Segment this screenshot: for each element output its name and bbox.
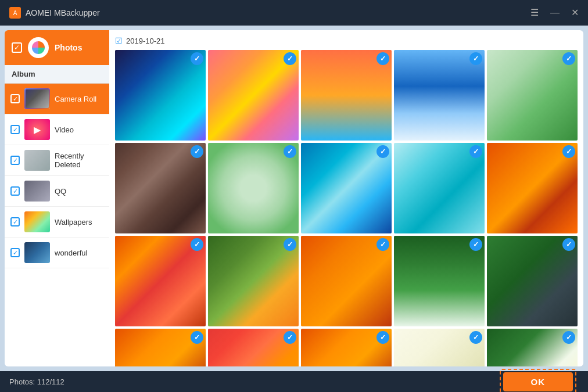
photo-bg-13 bbox=[301, 236, 392, 326]
photo-check-15: ✓ bbox=[562, 238, 575, 251]
photo-check-10: ✓ bbox=[562, 145, 575, 158]
photo-cell-4[interactable]: ✓ bbox=[394, 50, 485, 141]
album-section: Album ✓ Camera Roll ✓ ▶ bbox=[5, 65, 109, 366]
photo-cell-2[interactable]: ✓ bbox=[208, 50, 299, 141]
photo-check-8: ✓ bbox=[377, 145, 389, 158]
photo-check-2: ✓ bbox=[284, 52, 296, 65]
photo-check-19: ✓ bbox=[469, 331, 482, 344]
photo-check-14: ✓ bbox=[469, 238, 482, 251]
video-thumb: ▶ bbox=[24, 119, 50, 140]
date-label: ☑ 2019-10-21 bbox=[115, 36, 578, 45]
photos-checkbox[interactable]: ✓ bbox=[12, 42, 22, 53]
photo-check-6: ✓ bbox=[191, 145, 203, 158]
qq-label: QQ bbox=[55, 187, 103, 196]
photo-bg-10 bbox=[487, 143, 578, 233]
content-area: ✓ Photos Album ✓ Camera Roll bbox=[5, 30, 583, 366]
photo-check-20: ✓ bbox=[562, 331, 575, 344]
wallpapers-label: Wallpapers bbox=[55, 218, 103, 226]
wonderful-checkbox[interactable]: ✓ bbox=[10, 248, 20, 257]
photo-cell-20[interactable]: ✓ bbox=[487, 329, 578, 366]
wallpapers-thumb bbox=[24, 211, 50, 232]
photo-bg-4 bbox=[394, 50, 485, 141]
photo-cell-8[interactable]: ✓ bbox=[301, 143, 392, 233]
photo-check-3: ✓ bbox=[377, 52, 389, 65]
video-checkbox[interactable]: ✓ bbox=[10, 125, 20, 134]
photo-cell-19[interactable]: ✓ bbox=[394, 329, 485, 366]
camera-roll-checkbox[interactable]: ✓ bbox=[10, 94, 20, 103]
qq-thumb bbox=[24, 181, 50, 202]
qq-checkbox[interactable]: ✓ bbox=[10, 186, 20, 196]
photo-cell-12[interactable]: ✓ bbox=[208, 236, 299, 326]
photo-check-9: ✓ bbox=[469, 145, 482, 158]
date-check-icon: ☑ bbox=[115, 36, 123, 45]
status-text: Photos: 112/112 bbox=[9, 377, 64, 386]
title-bar-controls: ☰ — ✕ bbox=[530, 8, 579, 17]
photo-bg-9 bbox=[394, 143, 485, 233]
sidebar-item-camera-roll[interactable]: ✓ Camera Roll bbox=[5, 84, 109, 114]
photo-bg-6 bbox=[115, 143, 206, 233]
wallpapers-checkbox[interactable]: ✓ bbox=[10, 217, 20, 226]
wonderful-label: wonderful bbox=[55, 249, 103, 257]
sidebar-item-wallpapers[interactable]: ✓ Wallpapers bbox=[5, 207, 109, 238]
title-bar: A AOMEI MBackupper ☰ — ✕ bbox=[0, 0, 588, 26]
sidebar-item-recently-deleted[interactable]: ✓ Recently Deleted bbox=[5, 145, 109, 176]
photos-icon bbox=[28, 37, 49, 58]
menu-button[interactable]: ☰ bbox=[530, 8, 539, 17]
sidebar: ✓ Photos Album ✓ Camera Roll bbox=[5, 30, 109, 366]
album-header: Album bbox=[5, 65, 109, 84]
recently-deleted-checkbox[interactable]: ✓ bbox=[10, 156, 20, 165]
photos-label: Photos bbox=[55, 43, 82, 52]
photo-bg-1 bbox=[115, 50, 206, 141]
app-title: AOMEI MBackupper bbox=[26, 8, 100, 17]
title-bar-left: A AOMEI MBackupper bbox=[9, 7, 100, 19]
photo-bg-11 bbox=[115, 236, 206, 326]
sidebar-item-video[interactable]: ✓ ▶ Video bbox=[5, 114, 109, 145]
photo-cell-1[interactable]: ✓ bbox=[115, 50, 206, 141]
main-window: ✓ Photos Album ✓ Camera Roll bbox=[0, 26, 588, 392]
photo-bg-2 bbox=[208, 50, 299, 141]
bottom-bar: Photos: 112/112 OK bbox=[0, 371, 588, 392]
photo-cell-10[interactable]: ✓ bbox=[487, 143, 578, 233]
photo-cell-11[interactable]: ✓ bbox=[115, 236, 206, 326]
minimize-button[interactable]: — bbox=[550, 8, 560, 17]
photo-cell-3[interactable]: ✓ bbox=[301, 50, 392, 141]
photo-cell-14[interactable]: ✓ bbox=[394, 236, 485, 326]
ok-area: OK bbox=[500, 369, 579, 393]
photo-check-1: ✓ bbox=[191, 52, 203, 65]
photo-check-5: ✓ bbox=[562, 52, 575, 65]
recently-deleted-thumb bbox=[24, 150, 50, 171]
photo-bg-7 bbox=[208, 143, 299, 233]
photo-check-4: ✓ bbox=[469, 52, 482, 65]
photo-cell-16[interactable]: ✓ bbox=[115, 329, 206, 366]
ok-button-wrapper: OK bbox=[500, 369, 577, 393]
photo-cell-6[interactable]: ✓ bbox=[115, 143, 206, 233]
video-label: Video bbox=[55, 125, 103, 134]
wonderful-thumb bbox=[24, 242, 50, 263]
sidebar-item-wonderful[interactable]: ✓ wonderful bbox=[5, 238, 109, 268]
photo-grid: ✓ ✓ ✓ ✓ ✓ bbox=[115, 50, 578, 366]
ok-button[interactable]: OK bbox=[503, 372, 573, 391]
photo-cell-13[interactable]: ✓ bbox=[301, 236, 392, 326]
photo-bg-14 bbox=[394, 236, 485, 326]
photo-bg-3 bbox=[301, 50, 392, 141]
photo-cell-5[interactable]: ✓ bbox=[487, 50, 578, 141]
photo-check-7: ✓ bbox=[284, 145, 296, 158]
photo-check-11: ✓ bbox=[191, 238, 203, 251]
photo-cell-15[interactable]: ✓ bbox=[487, 236, 578, 326]
camera-roll-thumb bbox=[24, 88, 50, 109]
photo-check-13: ✓ bbox=[377, 238, 389, 251]
photo-bg-8 bbox=[301, 143, 392, 233]
photos-icon-inner bbox=[32, 41, 45, 54]
photo-cell-18[interactable]: ✓ bbox=[301, 329, 392, 366]
photo-grid-container[interactable]: ☑ 2019-10-21 ✓ ✓ ✓ ✓ bbox=[109, 30, 583, 366]
close-button[interactable]: ✕ bbox=[571, 8, 579, 17]
app-logo: A bbox=[9, 7, 21, 19]
photos-header[interactable]: ✓ Photos bbox=[5, 30, 109, 65]
photo-check-16: ✓ bbox=[191, 331, 203, 344]
photo-cell-9[interactable]: ✓ bbox=[394, 143, 485, 233]
photo-bg-15 bbox=[487, 236, 578, 326]
recently-deleted-label: Recently Deleted bbox=[55, 152, 103, 169]
sidebar-item-qq[interactable]: ✓ QQ bbox=[5, 176, 109, 207]
photo-cell-7[interactable]: ✓ bbox=[208, 143, 299, 233]
photo-cell-17[interactable]: ✓ bbox=[208, 329, 299, 366]
